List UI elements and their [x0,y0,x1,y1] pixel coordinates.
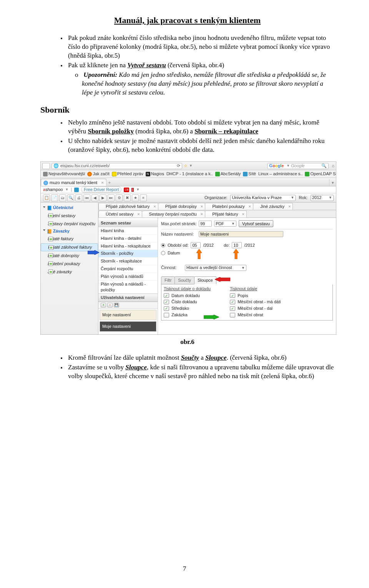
cb-icon[interactable]: CB [124,188,129,192]
close-icon[interactable]: × [153,204,156,209]
format-select[interactable]: PDF▼ [214,221,236,227]
sidebar-platebni-poukazy[interactable]: Platební poukazy [41,260,98,267]
close-icon[interactable]: × [288,204,291,209]
od-month-input[interactable]: 05 [191,242,201,248]
check-row[interactable]: ✓Měsíční obrat - má dáti [230,299,281,305]
apptab-cerpani[interactable]: Sestavy čerpání rozpočtu× [142,211,206,218]
toolbar-bar-icon[interactable] [131,188,134,192]
list-item[interactable]: Sborník - rekapitulace [98,257,158,265]
toolbtn-12[interactable]: ★ [132,194,139,201]
bm-linux[interactable]: Linux – administrace s.. [258,171,303,177]
max-pages-input[interactable]: 99 [199,221,212,227]
checkbox-icon[interactable]: ✓ [230,306,235,311]
do-month-input[interactable]: 10 [232,242,242,248]
bm-get-started[interactable]: Jak začít [87,171,109,177]
chevron-down-icon[interactable]: ▼ [136,187,140,192]
add-icon[interactable]: + [101,303,106,307]
toolbtn-10[interactable]: ⚙ [116,194,123,201]
subtab-sloupce[interactable]: Sloupce [194,276,216,284]
list-item[interactable]: Čerpání rozpočtu [98,265,158,273]
close-icon[interactable]: × [101,180,103,186]
year-select[interactable]: 2012▼ [311,195,334,201]
bm-headlines[interactable]: Přehled zpráv [112,171,143,177]
cinnost-select[interactable]: Hlavní a vedlejší činnost▼ [185,265,246,271]
nav-back-button[interactable] [42,163,50,169]
chevron-down-icon[interactable]: ▼ [189,163,193,168]
checkbox-icon[interactable]: ✓ [164,306,169,311]
chevron-down-icon[interactable]: ▼ [65,187,68,192]
search-input[interactable]: Google ▼ Google 🔍 [267,163,329,169]
list-item[interactable]: Plán výnosů a nákladů - položky [98,281,158,294]
check-row[interactable]: ✓Měsíční obrat [230,312,281,318]
home-icon[interactable]: ⌂ [332,163,334,169]
remove-icon[interactable]: − [107,303,113,307]
nazev-input[interactable]: Moje nastaveni [199,231,283,237]
toolbtn-9[interactable]: ⏭ [108,194,115,201]
sidebar-ucetnictvi[interactable]: 📘Účetnictví [41,204,98,211]
list-item[interactable]: Hlavní kniha - rekapitulace [98,243,158,250]
check-row[interactable]: ✓Datum dokladu [164,293,211,299]
toolbtn-4[interactable]: 🔍 [67,194,74,201]
apptab-poukazy[interactable]: Platební poukazy× [205,203,253,210]
subtab-soucty[interactable]: Součty [175,276,194,284]
bm-site[interactable]: Sítě [243,171,256,177]
bm-dhcp[interactable]: DHCP - 1 (instalace a k.. [166,171,213,177]
apptab-zalohove[interactable]: Přijaté zálohové faktury× [98,203,158,210]
apptab-ucetni-sestavy[interactable]: Účetní sestavy× [98,211,142,218]
toolbtn-2[interactable]: 📄 [51,194,58,201]
toolbtn-7[interactable]: ◀ [91,194,98,201]
checkbox-icon[interactable]: ✓ [164,293,169,298]
radio-obdobi[interactable] [161,243,165,247]
close-icon[interactable]: × [201,204,203,209]
checkbox-icon[interactable]: ✓ [230,293,235,298]
checkbox-icon[interactable]: ✓ [164,313,169,317]
list-item-sbornik-polozky[interactable]: Sborník - položky [98,250,158,257]
apptab-jine[interactable]: Jiné závazky× [253,203,293,210]
checkbox-icon[interactable]: ✓ [164,300,169,304]
close-icon[interactable]: × [242,211,244,217]
check-row[interactable]: ✓Číslo dokladu [164,299,211,305]
user-setting-entry-selected[interactable]: Moje nastaveni [100,321,156,332]
subtab-filtr[interactable]: Filtr [161,276,175,284]
new-tab-button[interactable]: + [106,179,113,186]
org-select[interactable]: Univerzita Karlova v Praze▼ [230,195,296,201]
close-icon[interactable]: × [201,211,203,217]
address-bar[interactable]: 🌐 eisjasu.fsv.cuni.cz/eisweb/ ⟳ [52,163,182,169]
sidebar-jine-zavazky[interactable]: Jiné závazky [41,268,98,276]
sidebar-prijate-faktury[interactable]: Přijaté faktury [41,235,98,243]
sidebar-cerpani[interactable]: Sestavy čerpání rozpočtu [41,220,98,228]
addon-icon[interactable] [74,188,79,192]
sidebar-zavazky[interactable]: 📙Závazky [41,228,98,235]
free-driver-report-button[interactable]: Free Driver Report [81,186,121,193]
check-row[interactable]: ✓Středisko [164,306,211,311]
toolbtn-6[interactable]: ⏮ [83,194,90,201]
close-icon[interactable]: × [249,204,251,209]
bookmark-star-icon[interactable]: ☆ [184,163,188,169]
bm-nagios[interactable]: NNagios [146,171,164,177]
close-icon[interactable]: × [137,211,140,217]
refresh-icon[interactable]: ⟳ [177,163,180,169]
browser-tab[interactable]: muzo manuál tenký klient × [41,179,106,186]
apptab-dobropisy[interactable]: Přijaté dobropisy× [158,203,205,210]
user-setting-entry[interactable]: Moje nastavení [100,310,156,320]
check-row[interactable]: ✓Měsíční obrat - dal [230,306,281,311]
toolbtn-5[interactable]: 🖨 [75,194,82,201]
toolbtn-3[interactable]: 🗂 [59,194,66,201]
save-icon[interactable]: 💾 [114,303,119,307]
bm-ldap[interactable]: OpenLDAP Server [305,171,336,177]
bm-abc[interactable]: AbcSeriály [215,171,241,177]
checkbox-icon[interactable]: ✓ [230,313,235,317]
checkbox-icon[interactable]: ✓ [230,300,235,304]
toolbtn-8[interactable]: ▶ [100,194,106,201]
toolbtn-11[interactable]: ✖ [124,194,131,201]
radio-datum[interactable] [161,251,165,255]
list-item[interactable]: Hlavní kniha [98,227,158,235]
toolbtn-1[interactable]: 📋 [43,194,50,201]
search-icon[interactable]: 🔍 [321,163,327,169]
check-row[interactable]: ✓Popis [230,293,281,299]
tabs-dropdown[interactable]: ▾ [329,179,336,186]
bm-most-visited[interactable]: Nejnavštěvovanější [43,171,85,177]
list-item[interactable]: Hlavní kniha - detailní [98,235,158,243]
apptab-prijate-faktury[interactable]: Přijaté faktury× [205,211,247,218]
vytvor-sestavu-button[interactable]: Vytvoř sestavu [239,220,273,227]
